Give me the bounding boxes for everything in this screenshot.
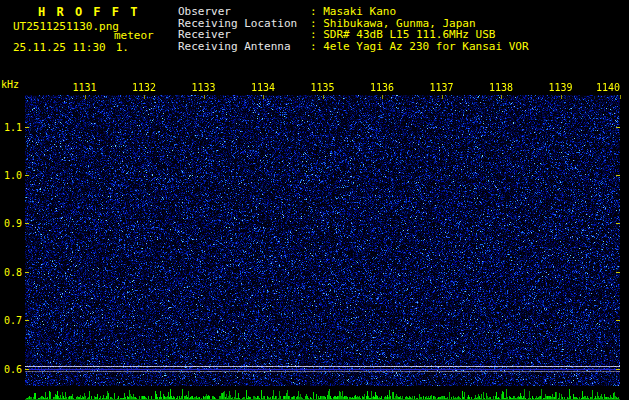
info-label: Receiver (178, 29, 310, 41)
datetime-text: 25.11.25 11:30 (13, 41, 106, 54)
info-value: : SDR# 43dB L15 111.6MHz USB (310, 29, 495, 41)
x-axis-tick (204, 95, 205, 99)
x-axis-tick (561, 95, 562, 99)
signal-level-meter-canvas (25, 387, 620, 400)
y-axis-tick-right (616, 369, 620, 370)
info-row: Observer: Masaki Kano (178, 6, 529, 18)
info-row: Receiving Antenna: 4ele Yagi Az 230 for … (178, 41, 529, 53)
y-axis-tick-right (616, 320, 620, 321)
y-axis-tick-right (616, 223, 620, 224)
x-axis-label: 1140 (596, 82, 620, 93)
y-axis-tick-left (25, 320, 29, 321)
x-axis-tick (501, 95, 502, 99)
x-axis-label: 1135 (310, 82, 334, 93)
info-table: Observer: Masaki KanoReceiving Location:… (178, 6, 529, 52)
x-axis-label: 1138 (489, 82, 513, 93)
y-axis-label: 0.8 (0, 267, 22, 278)
output-filename: UT2511251130.png (13, 20, 119, 33)
x-axis-label: 1132 (132, 82, 156, 93)
x-axis-label: 1134 (251, 82, 275, 93)
y-axis-label: 1.1 (0, 122, 22, 133)
y-axis-tick-left (25, 175, 29, 176)
app-title: H R O F F T (38, 5, 139, 19)
info-value: : 4ele Yagi Az 230 for Kansai VOR (310, 41, 529, 53)
info-label: Receiving Antenna (178, 41, 310, 53)
x-axis-tick (144, 95, 145, 99)
x-axis-label: 1133 (191, 82, 215, 93)
info-row: Receiver: SDR# 43dB L15 111.6MHz USB (178, 29, 529, 41)
x-axis-label: 1131 (72, 82, 96, 93)
x-axis-tick (323, 95, 324, 99)
y-axis-label: 1.0 (0, 170, 22, 181)
y-axis-tick-right (616, 175, 620, 176)
y-axis-unit: kHz (1, 79, 19, 90)
x-axis-tick (263, 95, 264, 99)
y-axis-tick-right (616, 272, 620, 273)
x-axis-tick (620, 95, 621, 99)
info-value: : Masaki Kano (310, 6, 396, 18)
x-axis-tick (442, 95, 443, 99)
y-axis-tick-right (616, 127, 620, 128)
y-axis-label: 0.6 (0, 364, 22, 375)
y-axis-tick-left (25, 127, 29, 128)
info-label: Observer (178, 6, 310, 18)
x-axis-label: 1136 (370, 82, 394, 93)
x-axis-tick (85, 95, 86, 99)
image-counter: 1. (116, 41, 129, 54)
y-axis-tick-left (25, 272, 29, 273)
datetime-line: 25.11.25 11:301. (13, 41, 129, 54)
x-axis-label: 1139 (548, 82, 572, 93)
spectrogram-canvas (25, 95, 620, 386)
y-axis-label: 0.9 (0, 218, 22, 229)
x-axis-label: 1137 (429, 82, 453, 93)
y-axis-tick-left (25, 223, 29, 224)
y-axis-tick-left (25, 369, 29, 370)
hrofft-window: H R O F F T UT2511251130.png meteor 25.1… (0, 0, 629, 400)
x-axis-tick (382, 95, 383, 99)
y-axis-label: 0.7 (0, 315, 22, 326)
